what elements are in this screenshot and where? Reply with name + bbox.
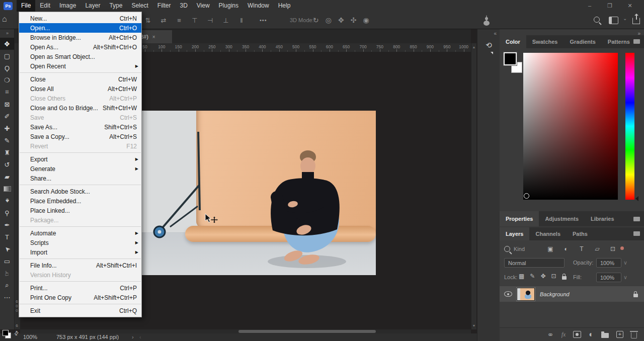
spot-healing-brush-tool[interactable]: ✚ — [0, 122, 14, 134]
file-menu-item-print[interactable]: Print...Ctrl+P — [19, 283, 141, 293]
align-bottom-icon[interactable]: ⊥ — [222, 17, 230, 24]
3d-slide-icon[interactable]: ✣ — [351, 16, 357, 24]
blur-tool[interactable]: ♠ — [0, 195, 14, 207]
file-menu-item-revert[interactable]: RevertF12 — [19, 141, 141, 151]
search-button[interactable] — [594, 17, 600, 23]
tab-adjustments[interactable]: Adjustments — [539, 211, 585, 226]
file-menu-item-search-adobe-stock[interactable]: Search Adobe Stock... — [19, 187, 141, 196]
file-menu-item-close-all[interactable]: Close AllAlt+Ctrl+W — [19, 84, 141, 94]
photoshop-logo[interactable]: Ps — [4, 2, 13, 10]
file-menu-item-generate[interactable]: Generate▶ — [19, 164, 141, 174]
menubar-item-edit[interactable]: Edit — [35, 0, 55, 12]
more-options-icon[interactable]: ••• — [260, 12, 267, 29]
home-icon[interactable]: ⌂ — [2, 15, 7, 24]
foreground-color-swatch[interactable] — [3, 330, 9, 336]
file-menu-item-place-embedded[interactable]: Place Embedded... — [19, 196, 141, 206]
object-selection-tool[interactable]: ❍ — [0, 74, 14, 86]
file-menu-item-open-as[interactable]: Open As...Alt+Shift+Ctrl+O — [19, 42, 141, 52]
file-menu-item-close-others[interactable]: Close OthersAlt+Ctrl+P — [19, 94, 141, 103]
distribute-spacing-icon[interactable]: ‖ — [237, 17, 246, 24]
file-menu-item-share[interactable]: Share... — [19, 174, 141, 183]
account-button[interactable] — [486, 16, 487, 25]
opacity-field[interactable]: 100% — [596, 258, 621, 268]
menubar-item-view[interactable]: View — [192, 0, 214, 12]
gradient-tool[interactable] — [0, 183, 14, 195]
layers-panel-menu-icon[interactable] — [633, 231, 640, 236]
layer-style-icon[interactable]: fx — [561, 331, 566, 338]
tab-layers[interactable]: Layers — [500, 227, 529, 240]
layer-mask-icon[interactable] — [573, 331, 581, 338]
menubar-item-window[interactable]: Window — [243, 0, 274, 12]
lock-position-icon[interactable]: ✥ — [540, 273, 545, 280]
eraser-tool[interactable]: ▰ — [0, 170, 14, 183]
distribute-horizontal-icon[interactable]: ⇄ — [159, 17, 168, 24]
horizontal-scrollbar[interactable] — [20, 329, 471, 333]
filter-type-layers-icon[interactable]: T — [577, 245, 586, 252]
delete-layer-icon[interactable] — [631, 330, 637, 338]
menubar-item-plugins[interactable]: Plugins — [214, 0, 243, 12]
dodge-tool[interactable]: ⚲ — [0, 207, 14, 219]
type-tool[interactable]: T — [0, 231, 14, 243]
panel-foreground-swatch[interactable] — [505, 53, 516, 64]
menubar-item-type[interactable]: Type — [105, 0, 127, 12]
3d-roll-icon[interactable]: ◎ — [326, 16, 332, 24]
tab-channels[interactable]: Channels — [529, 227, 567, 240]
lock-transparency-icon[interactable]: ▩ — [519, 273, 524, 280]
file-menu-item-file-info[interactable]: File Info...Alt+Shift+Ctrl+I — [19, 261, 141, 270]
lock-artboard-icon[interactable]: ⊡ — [551, 273, 556, 280]
hue-slider-marker[interactable] — [635, 196, 638, 201]
edit-toolbar[interactable]: ⋯ — [0, 291, 14, 303]
window-minimize-icon[interactable]: – — [580, 0, 600, 12]
tab-swatches[interactable]: Swatches — [526, 35, 564, 48]
file-menu-item-save[interactable]: SaveCtrl+S — [19, 113, 141, 122]
saturation-brightness-field[interactable] — [523, 53, 618, 200]
tab-gradients[interactable]: Gradients — [564, 35, 601, 48]
fill-field[interactable]: 100% — [596, 273, 621, 282]
layer-filter-toggle[interactable] — [620, 246, 624, 250]
status-zoom-level[interactable]: 100% — [23, 333, 37, 341]
canvas-image[interactable] — [141, 111, 376, 275]
3d-camera-icon[interactable]: ◉ — [363, 16, 369, 24]
file-menu-item-exit[interactable]: ExitCtrl+Q — [19, 306, 141, 315]
3d-orbit-icon[interactable]: ↻ — [313, 16, 319, 24]
tab-paths[interactable]: Paths — [567, 227, 594, 240]
layer-search-icon[interactable] — [504, 246, 510, 252]
menubar-item-file[interactable]: File — [17, 0, 35, 12]
tab-libraries[interactable]: Libraries — [585, 211, 620, 226]
adjustment-layer-icon[interactable]: ◐ — [589, 330, 594, 339]
share-icon[interactable] — [632, 18, 640, 24]
file-menu-item-open-as-smart-object[interactable]: Open as Smart Object... — [19, 52, 141, 61]
hue-slider[interactable] — [625, 53, 634, 200]
zoom-tool[interactable]: ⌕ — [0, 279, 14, 291]
blend-mode-select[interactable]: Normal — [504, 258, 565, 268]
menubar-item-3d[interactable]: 3D — [175, 0, 192, 12]
hand-tool[interactable]: ☞ — [0, 267, 14, 279]
fill-caret-icon[interactable]: ∨ — [623, 272, 627, 283]
distribute-vertical-icon[interactable]: ⇅ — [144, 17, 152, 24]
layer-row[interactable]: Background — [500, 286, 644, 302]
history-icon[interactable]: ⟲ — [486, 41, 492, 50]
lock-image-icon[interactable]: ✎ — [530, 273, 535, 280]
tab-properties[interactable]: Properties — [500, 211, 539, 226]
rectangle-tool[interactable]: ▭ — [0, 255, 14, 267]
filter-pixel-layers-icon[interactable]: ▣ — [546, 245, 555, 252]
filter-adjustment-layers-icon[interactable]: ◐ — [561, 245, 571, 252]
layer-visibility-eye-icon[interactable] — [504, 291, 512, 297]
pen-tool[interactable]: ✒ — [0, 219, 14, 231]
crop-tool[interactable]: ⌗ — [0, 86, 14, 98]
file-menu-item-open[interactable]: Open...Ctrl+O — [19, 23, 141, 33]
tab-patterns[interactable]: Patterns — [602, 35, 636, 48]
move-tool[interactable]: ✥ — [0, 38, 14, 50]
scroll-up-icon[interactable]: ▲ — [471, 45, 476, 49]
file-menu-item-export[interactable]: Export▶ — [19, 154, 141, 164]
rectangular-marquee-tool[interactable]: ▢ — [0, 50, 14, 62]
align-top-icon[interactable]: ⊤ — [191, 17, 199, 24]
window-restore-icon[interactable]: ❐ — [600, 0, 620, 12]
file-menu-item-save-a-copy[interactable]: Save a Copy...Alt+Ctrl+S — [19, 132, 141, 141]
window-close-icon[interactable]: ✕ — [620, 0, 640, 12]
clone-stamp-tool[interactable]: ♜ — [0, 146, 14, 158]
history-brush-tool[interactable]: ↺ — [0, 158, 14, 170]
file-menu-item-automate[interactable]: Automate▶ — [19, 228, 141, 238]
file-menu-item-version-history[interactable]: Version History — [19, 270, 141, 280]
lasso-tool[interactable]: Ϙ — [0, 62, 14, 74]
